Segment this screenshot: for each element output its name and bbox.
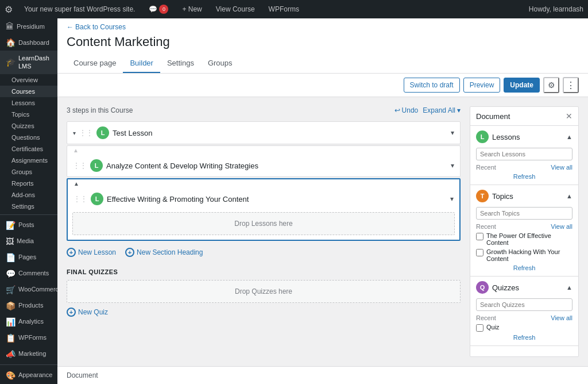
- sidebar-sub-certificates[interactable]: Certificates: [0, 143, 57, 155]
- tab-groups[interactable]: Groups: [201, 54, 239, 73]
- doc-topics-title: Topics: [492, 192, 513, 201]
- sidebar-item-woocommerce[interactable]: 🛒 WooCommerce: [0, 282, 57, 298]
- drop-lessons-zone: Drop Lessons here: [72, 212, 455, 235]
- sidebar-sub-lessons[interactable]: Lessons: [0, 97, 57, 109]
- lesson-drag-handle[interactable]: ⋮⋮: [79, 129, 93, 137]
- quiz-checkbox-1[interactable]: [476, 324, 483, 332]
- lesson-arrow-up[interactable]: ▲: [73, 147, 79, 153]
- tab-settings[interactable]: Settings: [160, 54, 201, 73]
- more-options-button[interactable]: ⋮: [563, 77, 579, 93]
- sidebar-item-label: LearnDash LMS: [18, 54, 53, 71]
- sidebar-item-wpforms[interactable]: 📋 WPForms: [0, 330, 57, 346]
- toolbar: Switch to draft Preview Update ⚙ ⋮: [57, 74, 588, 97]
- sidebar-sub-addons[interactable]: Add-ons: [0, 189, 57, 201]
- sidebar-item-label: Media: [17, 237, 34, 245]
- sidebar-item-media[interactable]: 🖼 Media: [0, 233, 57, 249]
- add-quiz-actions: + New Quiz: [67, 308, 461, 317]
- topic-label-2: Growth Hacking With Your Content: [486, 248, 572, 262]
- lesson-avatar: L: [90, 159, 103, 172]
- admin-bar-view-course[interactable]: View Course: [211, 5, 260, 13]
- quizzes-view-all-link[interactable]: View all: [551, 314, 572, 321]
- topics-view-all-link[interactable]: View all: [551, 223, 572, 230]
- admin-bar: ⚙ Your new super fast WordPress site. 💬 …: [0, 0, 588, 18]
- tab-builder[interactable]: Builder: [123, 54, 160, 73]
- lessons-section-icon: L: [476, 130, 489, 143]
- new-quiz-link[interactable]: + New Quiz: [67, 308, 108, 317]
- sidebar-item-presidium[interactable]: 🏛 Presidium: [0, 18, 57, 34]
- lesson-row[interactable]: ⋮⋮ L Effective Writing & Promoting Your …: [68, 188, 459, 210]
- doc-topics-header: T Topics ▲: [476, 190, 572, 202]
- sidebar-sub-groups[interactable]: Groups: [0, 166, 57, 178]
- lesson-chevron-icon[interactable]: ▾: [451, 162, 454, 170]
- sidebar-item-label: Posts: [18, 221, 34, 229]
- quizzes-refresh-link[interactable]: Refresh: [476, 334, 572, 341]
- lesson-name: Analyze Content & Develop Writing Strate…: [106, 162, 447, 170]
- sidebar-item-analytics[interactable]: 📊 Analytics: [0, 314, 57, 330]
- topics-refresh-link[interactable]: Refresh: [476, 264, 572, 271]
- sidebar-item-label: Presidium: [17, 22, 45, 30]
- expand-all-link[interactable]: Expand All ▾: [423, 106, 461, 114]
- update-button[interactable]: Update: [504, 78, 540, 93]
- document-panel-close[interactable]: ✕: [566, 112, 572, 121]
- sidebar-sub-assignments[interactable]: Assignments: [0, 155, 57, 166]
- new-section-heading-link[interactable]: + New Section Heading: [125, 248, 203, 257]
- lesson-arrow-up[interactable]: ▲: [74, 181, 79, 187]
- marketing-icon: 📣: [6, 350, 16, 359]
- topic-checkbox-2[interactable]: [476, 249, 483, 256]
- lessons-collapse-icon[interactable]: ▲: [566, 133, 572, 140]
- doc-lessons-title: Lessons: [492, 133, 520, 141]
- sidebar-divider-2: [0, 364, 57, 365]
- quizzes-collapse-icon[interactable]: ▲: [566, 284, 572, 291]
- drop-lessons-label: Drop Lessons here: [234, 220, 292, 228]
- sidebar-sub-settings[interactable]: Settings: [0, 201, 57, 212]
- new-section-label: New Section Heading: [137, 248, 203, 256]
- sidebar-sub-overview[interactable]: Overview: [0, 74, 57, 86]
- lesson-row[interactable]: ▾ ⋮⋮ L Test Lesson ▾: [67, 122, 460, 144]
- lesson-chevron-icon[interactable]: ▾: [450, 195, 454, 203]
- admin-bar-comments[interactable]: 💬 0: [144, 5, 173, 14]
- sidebar-item-posts[interactable]: 📝 Posts: [0, 217, 57, 233]
- sidebar-item-products[interactable]: 📦 Products: [0, 298, 57, 314]
- sidebar-sub-courses[interactable]: Courses: [0, 86, 57, 97]
- sidebar-sub-reports[interactable]: Reports: [0, 178, 57, 189]
- lesson-drag-handle[interactable]: ⋮⋮: [73, 162, 87, 170]
- admin-bar-wpforms[interactable]: WPForms: [264, 5, 304, 13]
- main-content: ← Back to Courses Content Marketing Cour…: [57, 18, 588, 384]
- admin-bar-site-name[interactable]: Your new super fast WordPress site.: [20, 5, 140, 13]
- sidebar-item-appearance[interactable]: 🎨 Appearance: [0, 367, 57, 383]
- doc-lessons-title-wrap: L Lessons: [476, 130, 520, 143]
- settings-gear-button[interactable]: ⚙: [543, 77, 559, 93]
- new-lesson-link[interactable]: + New Lesson: [67, 248, 116, 257]
- sidebar-item-dashboard[interactable]: 🏠 Dashboard: [0, 34, 57, 51]
- lessons-recent-label: Recent: [476, 164, 496, 171]
- back-to-courses-link[interactable]: ← Back to Courses: [67, 23, 579, 31]
- lesson-chevron-icon[interactable]: ▾: [451, 129, 454, 137]
- lesson-expand-icon[interactable]: ▾: [73, 130, 76, 136]
- quizzes-search-input[interactable]: [476, 298, 572, 311]
- back-arrow-icon: ←: [67, 23, 74, 31]
- sidebar-item-pages[interactable]: 📄 Pages: [0, 249, 57, 266]
- lessons-view-all-link[interactable]: View all: [551, 164, 572, 171]
- lesson-row[interactable]: ⋮⋮ L Analyze Content & Develop Writing S…: [67, 155, 460, 176]
- lesson-drag-handle[interactable]: ⋮⋮: [74, 195, 87, 203]
- sidebar-item-comments[interactable]: 💬 Comments: [0, 266, 57, 282]
- wp-logo-icon: ⚙: [5, 4, 13, 15]
- sidebar-item-marketing[interactable]: 📣 Marketing: [0, 346, 57, 362]
- lessons-search-input[interactable]: [476, 148, 572, 160]
- preview-button[interactable]: Preview: [463, 78, 501, 93]
- topics-search-input[interactable]: [476, 207, 572, 220]
- sidebar-sub-quizzes[interactable]: Quizzes: [0, 120, 57, 132]
- tab-course-page[interactable]: Course page: [67, 54, 123, 73]
- admin-bar-new[interactable]: + New: [177, 5, 206, 13]
- topic-checkbox-1[interactable]: [476, 233, 483, 240]
- sidebar-item-learndash[interactable]: 🎓 LearnDash LMS: [0, 51, 57, 74]
- sidebar-sub-questions[interactable]: Questions: [0, 132, 57, 143]
- topic-item-2: Growth Hacking With Your Content: [476, 248, 572, 262]
- topics-section-icon: T: [476, 190, 489, 202]
- sidebar-sub-topics[interactable]: Topics: [0, 109, 57, 120]
- topics-collapse-icon[interactable]: ▲: [566, 193, 572, 199]
- lessons-refresh-link[interactable]: Refresh: [476, 173, 572, 180]
- sidebar-item-label: Products: [18, 301, 43, 309]
- switch-to-draft-button[interactable]: Switch to draft: [404, 78, 460, 93]
- undo-link[interactable]: ↩ Undo: [394, 106, 419, 114]
